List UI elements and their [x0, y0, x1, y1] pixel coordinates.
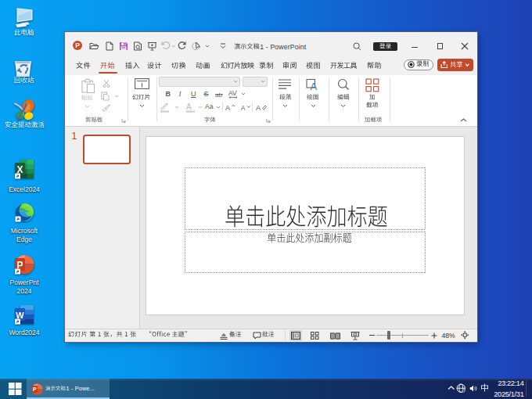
svg-text:P: P [75, 41, 80, 49]
svg-text:A: A [186, 102, 192, 111]
svg-text:W: W [16, 311, 24, 320]
svg-text:A: A [310, 80, 317, 91]
svg-text:A: A [256, 104, 261, 112]
svg-text:A: A [241, 105, 246, 112]
svg-text:A: A [225, 104, 231, 112]
svg-text:P: P [33, 386, 37, 392]
svg-text:P: P [16, 260, 23, 271]
svg-text:AV: AV [228, 90, 237, 97]
svg-text:X: X [16, 164, 23, 175]
